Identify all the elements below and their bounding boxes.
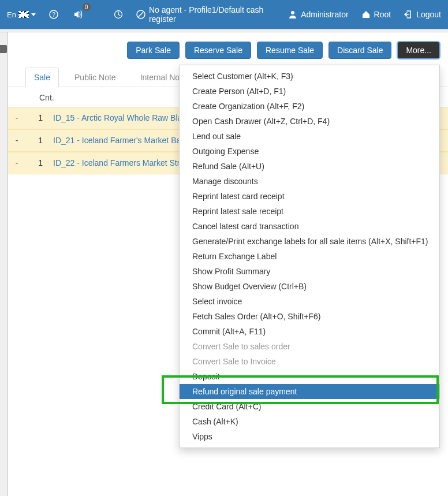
row-cnt: 1 bbox=[22, 158, 53, 167]
history-button[interactable] bbox=[111, 6, 126, 23]
no-agent-icon bbox=[136, 10, 145, 19]
root-label: Root bbox=[374, 10, 391, 19]
menu-item[interactable]: Cash (Alt+K) bbox=[180, 414, 439, 429]
menu-item[interactable]: Reprint latest sale receipt bbox=[180, 204, 439, 219]
svg-point-5 bbox=[291, 11, 294, 14]
discard-sale-button[interactable]: Discard Sale bbox=[328, 42, 391, 59]
menu-item[interactable]: Generate/Print exchange labels for all s… bbox=[180, 234, 439, 249]
menu-item[interactable]: Refund original sale payment bbox=[180, 384, 439, 399]
more-button[interactable]: More... bbox=[397, 42, 440, 59]
left-gutter bbox=[0, 32, 8, 496]
reserve-sale-button[interactable]: Reserve Sale bbox=[185, 42, 251, 59]
menu-item[interactable]: Commit (Alt+A, F11) bbox=[180, 324, 439, 339]
menu-item[interactable]: Reprint latest card receipt bbox=[180, 189, 439, 204]
menu-item[interactable]: Return Exchange Label bbox=[180, 249, 439, 264]
tab-sale[interactable]: Sale bbox=[25, 68, 59, 87]
menu-item[interactable]: Refund Sale (Alt+U) bbox=[180, 159, 439, 174]
menu-item[interactable]: Vipps bbox=[180, 429, 439, 444]
more-dropdown: Select Customer (Alt+K, F3)Create Person… bbox=[179, 65, 440, 448]
row-dash[interactable]: - bbox=[12, 158, 22, 167]
action-row: Park Sale Reserve Sale Resume Sale Disca… bbox=[8, 42, 448, 67]
help-button[interactable]: ? bbox=[46, 6, 61, 23]
root-link[interactable]: Root bbox=[361, 10, 391, 19]
row-dash[interactable]: - bbox=[12, 113, 22, 122]
language-selector[interactable]: En bbox=[7, 10, 36, 19]
speaker-icon bbox=[73, 9, 84, 20]
chevron-down-icon bbox=[31, 13, 36, 16]
menu-item[interactable]: Lend out sale bbox=[180, 129, 439, 144]
menu-item: Convert Sale to sales order bbox=[180, 339, 439, 354]
topbar-right: Administrator Root Logout bbox=[288, 10, 441, 19]
menu-item[interactable]: Credit Card (Alt+C) bbox=[180, 399, 439, 414]
help-icon: ? bbox=[49, 10, 58, 19]
menu-item[interactable]: Create Organization (Alt+F, F2) bbox=[180, 99, 439, 114]
agent-info[interactable]: No agent - Profile1/Default cash registe… bbox=[136, 5, 278, 24]
language-label: En bbox=[7, 10, 16, 19]
user-icon bbox=[288, 10, 297, 19]
notification-badge: 0 bbox=[83, 3, 91, 11]
home-icon bbox=[361, 10, 371, 19]
menu-item: Convert Sale to Invoice bbox=[180, 354, 439, 369]
logout-link[interactable]: Logout bbox=[404, 10, 441, 19]
menu-item[interactable]: Fetch Sales Order (Alt+O, Shift+F6) bbox=[180, 309, 439, 324]
svg-line-4 bbox=[139, 12, 143, 17]
menu-item[interactable]: Cancel latest card transaction bbox=[180, 219, 439, 234]
svg-text:?: ? bbox=[52, 12, 55, 18]
row-cnt: 1 bbox=[22, 113, 53, 122]
menu-item[interactable]: Select invoice bbox=[180, 294, 439, 309]
menu-item[interactable]: Manage discounts bbox=[180, 174, 439, 189]
sound-button[interactable]: 0 bbox=[71, 6, 85, 23]
history-icon bbox=[114, 10, 123, 19]
menu-item[interactable]: Show Budget Overview (Ctrl+B) bbox=[180, 279, 439, 294]
menu-item[interactable]: Select Customer (Alt+K, F3) bbox=[180, 69, 439, 84]
topbar: En ? 0 No agent - Profile1/Default cash … bbox=[0, 0, 448, 29]
row-cnt: 1 bbox=[22, 136, 53, 145]
menu-item[interactable]: Show Profit Summary bbox=[180, 264, 439, 279]
row-dash[interactable]: - bbox=[12, 136, 22, 145]
tab-public-note[interactable]: Public Note bbox=[66, 68, 125, 87]
user-label: Administrator bbox=[301, 10, 348, 19]
menu-item[interactable]: Deposit bbox=[180, 369, 439, 384]
resume-sale-button[interactable]: Resume Sale bbox=[257, 42, 323, 59]
agent-text: No agent - Profile1/Default cash registe… bbox=[149, 5, 278, 24]
uk-flag-icon bbox=[18, 11, 29, 18]
user-menu[interactable]: Administrator bbox=[288, 10, 348, 19]
menu-item[interactable]: Outgoing Expense bbox=[180, 144, 439, 159]
gutter-handle[interactable] bbox=[0, 45, 7, 53]
menu-item[interactable]: Open Cash Drawer (Alt+Z, Ctrl+D, F4) bbox=[180, 114, 439, 129]
logout-icon bbox=[404, 10, 413, 19]
logout-label: Logout bbox=[416, 10, 441, 19]
menu-item[interactable]: Create Person (Alt+D, F1) bbox=[180, 84, 439, 99]
park-sale-button[interactable]: Park Sale bbox=[127, 42, 180, 59]
